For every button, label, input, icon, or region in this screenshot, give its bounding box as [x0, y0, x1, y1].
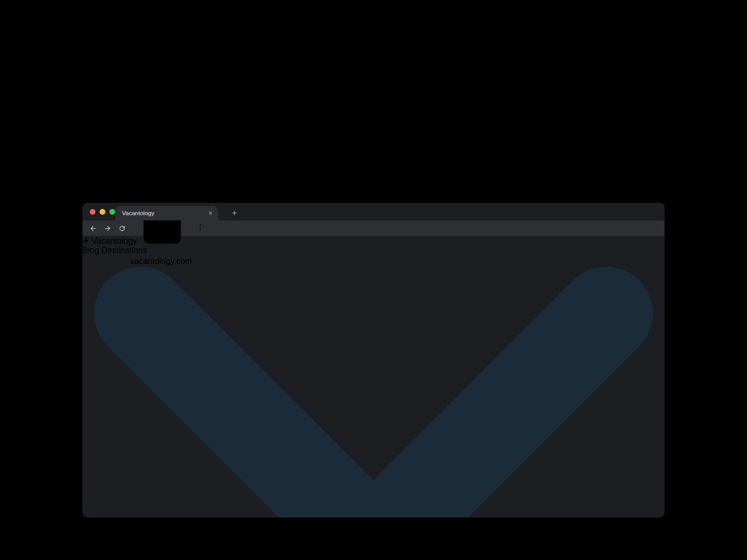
browser-tab-strip: Vacantology × + — [82, 203, 665, 220]
tab-title: Vacantology — [122, 210, 209, 216]
browser-tab[interactable]: Vacantology × — [115, 206, 218, 220]
nav-item-destinations[interactable]: Destinations — [82, 246, 665, 517]
desktop-background: Vacantology × + vacantology.com — [0, 80, 747, 560]
minimize-window-button[interactable] — [100, 209, 105, 215]
logo-text: Vacantology — [92, 236, 137, 245]
nav-item-blog[interactable]: Blog — [82, 246, 99, 255]
maximize-window-button[interactable] — [109, 209, 115, 215]
close-window-button[interactable] — [90, 209, 95, 215]
browser-toolbar: vacantology.com — [82, 220, 665, 236]
close-tab-icon[interactable]: × — [209, 209, 213, 217]
browser-window: Vacantology × + vacantology.com — [82, 203, 665, 517]
forward-icon[interactable] — [101, 222, 114, 234]
window-controls — [90, 209, 115, 215]
main-nav: Blog Destinations Travel Library Tips & … — [82, 246, 665, 517]
new-tab-button[interactable]: + — [228, 207, 241, 219]
site-header: ✈ Vacantology Blog Destinations Travel L… — [82, 236, 665, 517]
browser-menu-icon[interactable] — [196, 223, 204, 233]
reload-icon[interactable] — [116, 222, 128, 234]
back-icon[interactable] — [87, 222, 99, 234]
chevron-down-icon — [82, 255, 665, 517]
page-viewport: ✈ Vacantology Blog Destinations Travel L… — [82, 236, 665, 517]
plane-icon: ✈ — [82, 236, 89, 245]
